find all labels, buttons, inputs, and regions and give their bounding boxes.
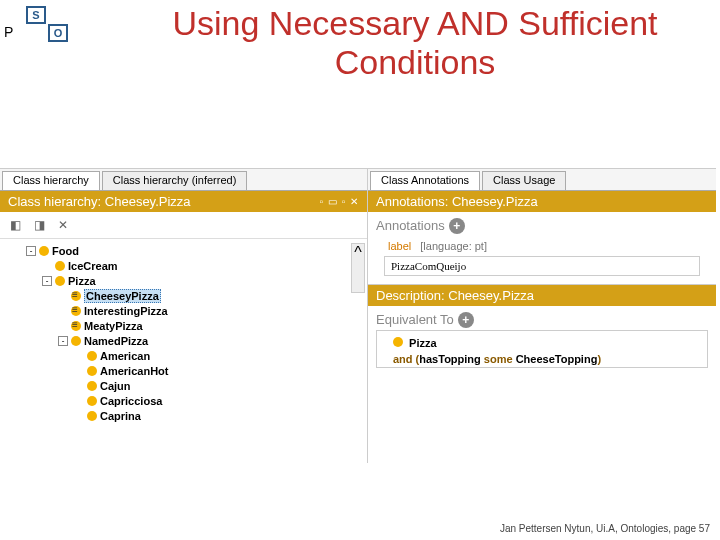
tree-node[interactable]: American — [74, 348, 361, 363]
icon-o: O — [48, 24, 68, 42]
class-icon — [55, 276, 65, 286]
tab-class-annotations[interactable]: Class Annotations — [370, 171, 480, 190]
tree-node-label: CheeseyPizza — [84, 289, 161, 303]
tree-node[interactable]: -Food — [26, 243, 361, 258]
add-sibling-button[interactable]: ◧ — [6, 216, 24, 234]
tree-node-label: American — [100, 350, 150, 362]
tree-node[interactable]: Cajun — [74, 378, 361, 393]
annotations-section-label: Annotations + — [376, 218, 465, 234]
description-header: Description: Cheesey.Pizza — [368, 285, 716, 306]
scroll-up-icon: ^ — [354, 244, 362, 262]
defined-class-icon — [71, 321, 81, 331]
tree-node[interactable]: AmericanHot — [74, 363, 361, 378]
annotation-property: label — [388, 240, 411, 252]
tree-node[interactable]: -Pizza — [42, 273, 361, 288]
left-panel: Class hierarchy Class hierarchy (inferre… — [0, 169, 368, 463]
tree-node[interactable]: CheeseyPizza — [58, 288, 361, 303]
tree-scrollbar[interactable]: ^ — [351, 243, 365, 293]
slide-title: Using Necessary AND Sufficient Condition… — [120, 4, 710, 82]
annotation-language: [language: pt] — [420, 240, 487, 252]
tab-class-usage[interactable]: Class Usage — [482, 171, 566, 190]
tree-node-label: Food — [52, 245, 79, 257]
right-panel: Class Annotations Class Usage Annotation… — [368, 169, 716, 463]
annotations-body: Annotations + label [language: pt] Pizza… — [368, 212, 716, 285]
left-header-bar: Class hierarchy: Cheesey.Pizza ▫ ▭ ▫ ✕ — [0, 191, 367, 212]
add-equivalent-button[interactable]: + — [458, 312, 474, 328]
annotation-entry: label [language: pt] — [376, 238, 708, 254]
annotations-header-text: Annotations: Cheesey.Pizza — [376, 194, 538, 209]
tree-node-label: Cajun — [100, 380, 131, 392]
annotation-value[interactable]: PizzaComQueijo — [384, 256, 700, 276]
add-annotation-button[interactable]: + — [449, 218, 465, 234]
class-icon — [71, 336, 81, 346]
tree-node-label: IceCream — [68, 260, 118, 272]
class-icon — [87, 351, 97, 361]
class-icon — [87, 366, 97, 376]
tree-node-label: AmericanHot — [100, 365, 168, 377]
class-tree[interactable]: ^ -FoodIceCream-PizzaCheeseyPizzaInteres… — [0, 239, 367, 463]
add-child-button[interactable]: ◨ — [30, 216, 48, 234]
left-tabs: Class hierarchy Class hierarchy (inferre… — [0, 169, 367, 191]
delete-button[interactable]: ✕ — [54, 216, 72, 234]
defined-class-icon — [71, 291, 81, 301]
protege-app: Class hierarchy Class hierarchy (inferre… — [0, 168, 716, 463]
equivalent-to-label: Equivalent To + — [376, 312, 474, 328]
description-body: Equivalent To + Pizza and (hasTopping so… — [368, 306, 716, 372]
tree-toggle[interactable]: - — [26, 246, 36, 256]
class-dot-icon — [393, 337, 403, 347]
icon-s: S — [26, 6, 46, 24]
class-icon — [87, 381, 97, 391]
tree-node-label: Pizza — [68, 275, 96, 287]
tree-node-label: NamedPizza — [84, 335, 148, 347]
panel-window-controls[interactable]: ▫ ▭ ▫ ✕ — [320, 196, 359, 207]
defined-class-icon — [71, 306, 81, 316]
tree-node[interactable]: IceCream — [42, 258, 361, 273]
icon-p: P — [4, 24, 13, 40]
tree-node[interactable]: -NamedPizza — [58, 333, 361, 348]
tree-toolbar: ◧ ◨ ✕ — [0, 212, 367, 239]
class-icon — [87, 396, 97, 406]
left-header-text: Class hierarchy: Cheesey.Pizza — [8, 194, 191, 209]
class-icon — [39, 246, 49, 256]
tree-node-label: Caprina — [100, 410, 141, 422]
description-header-text: Description: Cheesey.Pizza — [376, 288, 534, 303]
tab-class-hierarchy-inferred[interactable]: Class hierarchy (inferred) — [102, 171, 247, 190]
tab-class-hierarchy[interactable]: Class hierarchy — [2, 171, 100, 190]
equiv-row-2: and (hasTopping some CheeseTopping) — [383, 353, 701, 365]
slide-footer: Jan Pettersen Nytun, Ui.A, Ontologies, p… — [500, 523, 710, 534]
tree-node[interactable]: MeatyPizza — [58, 318, 361, 333]
tree-node[interactable]: Caprina — [74, 408, 361, 423]
tree-node[interactable]: InterestingPizza — [58, 303, 361, 318]
class-icon — [87, 411, 97, 421]
annotations-header: Annotations: Cheesey.Pizza — [368, 191, 716, 212]
tree-toggle[interactable]: - — [42, 276, 52, 286]
class-icon — [55, 261, 65, 271]
equivalent-expression[interactable]: Pizza and (hasTopping some CheeseTopping… — [376, 330, 708, 368]
tree-node-label: MeatyPizza — [84, 320, 143, 332]
tree-node-label: Capricciosa — [100, 395, 162, 407]
tree-toggle[interactable]: - — [58, 336, 68, 346]
tree-node[interactable]: Capricciosa — [74, 393, 361, 408]
right-tabs: Class Annotations Class Usage — [368, 169, 716, 191]
tree-node-label: InterestingPizza — [84, 305, 168, 317]
equiv-row-1: Pizza — [383, 337, 701, 349]
